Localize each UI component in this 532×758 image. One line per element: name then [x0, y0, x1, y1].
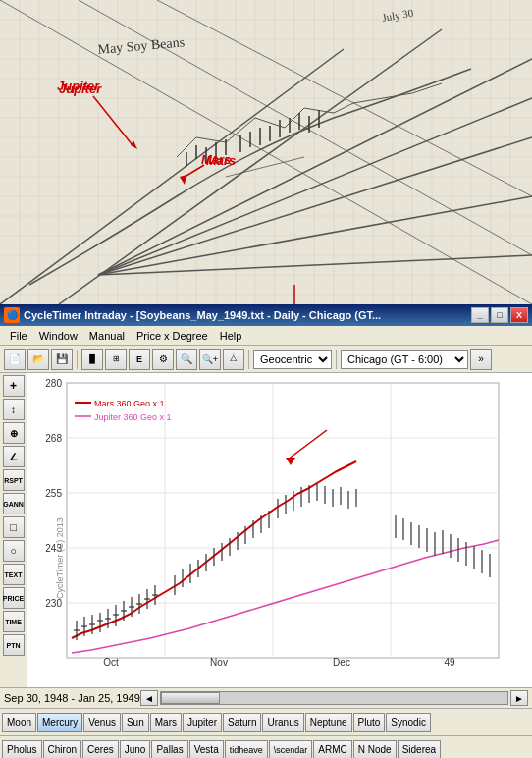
tool-rspt[interactable]: RSPT — [3, 469, 25, 491]
settings-btn[interactable]: ⚙ — [152, 349, 174, 370]
planet-chiron[interactable]: Chiron — [43, 740, 81, 759]
open-button[interactable]: 📂 — [27, 349, 49, 370]
planet-mercury[interactable]: Mercury — [37, 713, 82, 732]
planet-pallas[interactable]: Pallas — [151, 740, 187, 759]
svg-text:49: 49 — [444, 657, 455, 668]
close-button[interactable]: X — [510, 307, 528, 323]
planet-ascendar[interactable]: \scendar — [269, 740, 313, 759]
planet-synodic[interactable]: Synodic — [386, 713, 431, 732]
search-btn[interactable]: 🔍 — [176, 349, 197, 370]
separator-1 — [77, 350, 78, 369]
tool-gann[interactable]: GANN — [3, 493, 25, 514]
svg-text:Mars 360 Geo x 1: Mars 360 Geo x 1 — [94, 399, 165, 408]
svg-text:255: 255 — [45, 488, 62, 499]
adjust-btn[interactable]: ⧊ — [223, 349, 244, 370]
menu-window[interactable]: Window — [33, 328, 83, 344]
chart-area: 280 268 255 243 230 Oct Nov Dec 49 — [27, 373, 532, 687]
planet-pholus[interactable]: Pholus — [2, 740, 42, 759]
planet-ceres[interactable]: Ceres — [82, 740, 119, 759]
planet-armc[interactable]: ARMC — [313, 740, 351, 759]
title-bar-left: 🔵 CycleTimer Intraday - [Soybeans_May_19… — [4, 307, 381, 323]
scrollbar-track[interactable] — [160, 691, 508, 705]
svg-text:Nov: Nov — [210, 657, 228, 668]
nav-prev-button[interactable]: ◄ — [140, 690, 158, 706]
jupiter-label: Jupiter — [57, 79, 99, 93]
tool-crosshair[interactable]: + — [3, 375, 25, 397]
planet-moon[interactable]: Moon — [2, 713, 36, 732]
separator-3 — [336, 350, 337, 369]
main-content: + ↕ ⊕ ∠ RSPT GANN □ ○ TEXT PRICE TIME PT… — [0, 373, 532, 687]
svg-text:Dec: Dec — [333, 657, 350, 668]
tool-ptn[interactable]: PTN — [3, 634, 25, 656]
planet-venus[interactable]: Venus — [83, 713, 121, 732]
svg-text:CycleTimer (C) 2013: CycleTimer (C) 2013 — [55, 517, 65, 599]
tool-scroll[interactable]: ↕ — [3, 399, 25, 420]
planet-saturn[interactable]: Saturn — [223, 713, 261, 732]
zoom-btn[interactable]: 🔍+ — [199, 349, 221, 370]
new-button[interactable]: 📄 — [4, 349, 26, 370]
chart-btn-3[interactable]: E — [129, 349, 150, 370]
planet-nnode[interactable]: N Node — [353, 740, 397, 759]
tool-zoom[interactable]: ⊕ — [3, 422, 25, 444]
planet-mars[interactable]: Mars — [150, 713, 182, 732]
title-bar-buttons: _ □ X — [471, 307, 528, 323]
svg-text:280: 280 — [45, 378, 62, 389]
planet-siderea[interactable]: Siderea — [398, 740, 441, 759]
scrollbar-thumb[interactable] — [161, 692, 220, 704]
planet-neptune[interactable]: Neptune — [305, 713, 352, 732]
title-bar: 🔵 CycleTimer Intraday - [Soybeans_May_19… — [0, 304, 532, 326]
timezone-dropdown[interactable]: Chicago (GT - 6:00) — [341, 350, 468, 369]
svg-text:Jupiter 360 Geo x 1: Jupiter 360 Geo x 1 — [94, 412, 172, 422]
window-title: CycleTimer Intraday - [Soybeans_May_1949… — [24, 309, 381, 321]
tool-circle[interactable]: ○ — [3, 540, 25, 562]
minimize-button[interactable]: _ — [471, 307, 489, 323]
planet-juno[interactable]: Juno — [120, 740, 151, 759]
date-range-bar: Sep 30, 1948 - Jan 25, 1949 ◄ ► — [0, 687, 532, 709]
tool-time[interactable]: TIME — [3, 611, 25, 632]
separator-2 — [248, 350, 249, 369]
app-window: 🔵 CycleTimer Intraday - [Soybeans_May_19… — [0, 304, 532, 758]
tool-angle[interactable]: ∠ — [3, 446, 25, 467]
menu-help[interactable]: Help — [214, 328, 248, 344]
planet-bar-row2: Pholus Chiron Ceres Juno Pallas Vesta ti… — [0, 736, 532, 758]
toolbar: 📄 📂 💾 ▐▌ ⊞ E ⚙ 🔍 🔍+ ⧊ Geocentric Chicago… — [0, 346, 532, 373]
tool-text[interactable]: TEXT — [3, 564, 25, 585]
planet-tidheave[interactable]: tidheave — [225, 740, 268, 759]
planet-bar-row1: Moon Mercury Venus Sun Mars Jupiter Satu… — [0, 709, 532, 736]
svg-text:268: 268 — [45, 433, 62, 444]
menu-bar: File Window Manual Price x Degree Help — [0, 326, 532, 346]
svg-text:Oct: Oct — [103, 657, 119, 668]
planet-jupiter[interactable]: Jupiter — [183, 713, 222, 732]
nav-next-button[interactable]: ► — [510, 690, 528, 706]
save-button[interactable]: 💾 — [51, 349, 73, 370]
mars-label: Mars — [201, 152, 231, 167]
geocentric-dropdown[interactable]: Geocentric — [253, 350, 332, 369]
app-icon: 🔵 — [4, 307, 20, 323]
menu-file[interactable]: File — [4, 328, 33, 344]
menu-manual[interactable]: Manual — [83, 328, 131, 344]
date-range-text: Sep 30, 1948 - Jan 25, 1949 — [4, 692, 140, 704]
sketch-area: May Soy Beans July 30 Jupiter — [0, 0, 532, 304]
maximize-button[interactable]: □ — [491, 307, 508, 323]
planet-sun[interactable]: Sun — [122, 713, 149, 732]
tool-price[interactable]: PRICE — [3, 587, 25, 609]
extra-btn[interactable]: » — [470, 349, 492, 370]
tool-rect[interactable]: □ — [3, 516, 25, 538]
left-toolbar: + ↕ ⊕ ∠ RSPT GANN □ ○ TEXT PRICE TIME PT… — [0, 373, 27, 687]
chart-btn-2[interactable]: ⊞ — [105, 349, 127, 370]
planet-vesta[interactable]: Vesta — [189, 740, 224, 759]
menu-price-degree[interactable]: Price x Degree — [131, 328, 214, 344]
chart-svg: 280 268 255 243 230 Oct Nov Dec 49 — [27, 373, 532, 687]
planet-uranus[interactable]: Uranus — [262, 713, 303, 732]
chart-btn-1[interactable]: ▐▌ — [81, 349, 103, 370]
planet-pluto[interactable]: Pluto — [353, 713, 386, 732]
